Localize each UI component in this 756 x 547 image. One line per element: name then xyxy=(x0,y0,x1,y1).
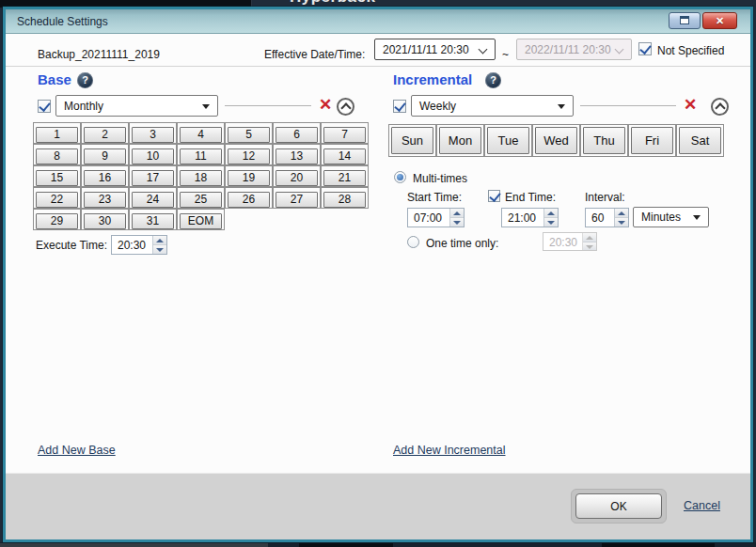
weekday-button[interactable]: Tue xyxy=(487,127,529,154)
calendar-day-cell: 3 xyxy=(129,122,177,144)
calendar-day-button[interactable]: 3 xyxy=(132,127,174,143)
calendar-day-button[interactable]: 29 xyxy=(36,213,78,229)
calendar-day-cell: 1 xyxy=(33,122,81,144)
calendar-day-button[interactable]: 27 xyxy=(276,192,318,208)
calendar-day-cell: 23 xyxy=(81,187,129,209)
calendar-day-button[interactable]: 6 xyxy=(276,127,318,143)
end-time-checkbox[interactable] xyxy=(488,190,500,202)
incremental-enabled-checkbox[interactable] xyxy=(393,100,406,113)
execute-time-spinner[interactable]: 20:30 xyxy=(111,235,167,255)
restore-window-button[interactable] xyxy=(669,12,701,29)
calendar-day-button[interactable]: 15 xyxy=(36,170,78,186)
one-time-spinner: 20:30 xyxy=(543,232,597,251)
calendar-day-button[interactable]: EOM xyxy=(180,213,222,229)
weekday-button[interactable]: Sat xyxy=(679,127,721,154)
incremental-collapse-icon[interactable] xyxy=(711,98,729,116)
calendar-day-cell: 17 xyxy=(129,165,177,187)
calendar-day-button[interactable]: 25 xyxy=(180,192,222,208)
weekday-button[interactable]: Thu xyxy=(583,127,625,154)
weekday-cell: Wed xyxy=(532,124,580,157)
schedule-settings-dialog: Schedule Settings ✕ Backup_20211111_2019… xyxy=(6,9,750,539)
calendar-day-button[interactable]: 19 xyxy=(228,170,270,186)
chevron-down-icon xyxy=(615,45,624,55)
spinner-up-icon[interactable] xyxy=(544,209,558,218)
execute-time-value: 20:30 xyxy=(112,236,152,254)
cancel-link[interactable]: Cancel xyxy=(684,499,720,512)
spinner-down-icon xyxy=(583,242,596,251)
calendar-day-button[interactable]: 11 xyxy=(180,148,222,164)
calendar-day-cell: 25 xyxy=(177,187,225,209)
spinner-up-icon[interactable] xyxy=(615,209,628,218)
not-specified-checkbox[interactable] xyxy=(638,42,652,55)
interval-label: Interval: xyxy=(585,191,625,204)
calendar-day-cell: 30 xyxy=(81,209,129,230)
calendar-day-button[interactable]: 21 xyxy=(323,170,366,186)
add-new-base-link[interactable]: Add New Base xyxy=(38,444,116,457)
interval-unit-combobox[interactable]: Minutes xyxy=(633,207,709,227)
spinner-down-icon[interactable] xyxy=(450,218,464,227)
incremental-help-icon[interactable]: ? xyxy=(485,72,501,88)
calendar-day-cell: 9 xyxy=(81,144,129,165)
calendar-day-button[interactable]: 22 xyxy=(36,192,78,208)
calendar-day-cell: 28 xyxy=(321,187,369,209)
spinner-down-icon[interactable] xyxy=(615,218,628,227)
end-time-spinner[interactable]: 21:00 xyxy=(501,208,559,227)
weekday-cell: Sun xyxy=(388,124,436,157)
calendar-day-button[interactable]: 12 xyxy=(228,148,270,164)
weekday-cell: Tue xyxy=(484,124,532,157)
spinner-down-icon[interactable] xyxy=(153,245,166,254)
calendar-day-cell: 15 xyxy=(33,165,81,187)
calendar-day-cell: 10 xyxy=(129,144,177,165)
calendar-day-button[interactable]: 31 xyxy=(132,213,174,229)
base-enabled-checkbox[interactable] xyxy=(38,100,51,113)
calendar-day-button[interactable]: 8 xyxy=(36,148,78,164)
calendar-day-button[interactable]: 14 xyxy=(323,148,366,164)
ok-button[interactable]: OK xyxy=(575,493,662,519)
calendar-day-button[interactable]: 23 xyxy=(84,192,126,208)
calendar-day-button[interactable]: 2 xyxy=(84,127,126,143)
base-help-icon[interactable]: ? xyxy=(77,72,93,88)
incremental-frequency-combobox[interactable]: Weekly xyxy=(411,95,574,117)
add-new-incremental-link[interactable]: Add New Incremental xyxy=(393,444,506,457)
calendar-day-button[interactable]: 30 xyxy=(84,213,126,229)
spinner-down-icon[interactable] xyxy=(544,218,558,227)
calendar-day-button[interactable]: 5 xyxy=(228,127,270,143)
one-time-only-radio[interactable] xyxy=(407,236,419,248)
calendar-day-button[interactable]: 24 xyxy=(132,192,174,208)
base-collapse-icon[interactable] xyxy=(337,98,354,116)
calendar-day-button[interactable]: 10 xyxy=(132,148,174,164)
weekday-button[interactable]: Wed xyxy=(535,127,577,154)
background-app-bottom-tab xyxy=(299,543,393,547)
calendar-day-button[interactable]: 28 xyxy=(323,192,366,208)
base-frequency-combobox[interactable]: Monthly xyxy=(55,95,218,117)
interval-spinner[interactable]: 60 xyxy=(585,208,629,227)
calendar-day-button[interactable]: 20 xyxy=(276,170,318,186)
weekday-button[interactable]: Sun xyxy=(391,127,433,154)
calendar-day-cell: 11 xyxy=(177,144,225,165)
calendar-day-button[interactable]: 16 xyxy=(84,170,126,186)
base-delete-icon[interactable]: ✕ xyxy=(319,97,332,113)
spinner-up-icon xyxy=(583,233,596,242)
calendar-day-button[interactable]: 4 xyxy=(180,127,222,143)
effective-start-combobox[interactable]: 2021/11/11 20:30 xyxy=(374,39,496,60)
calendar-day-button[interactable]: 17 xyxy=(132,170,174,186)
calendar-day-cell: 19 xyxy=(225,165,273,187)
start-time-spinner[interactable]: 07:00 xyxy=(407,208,465,227)
calendar-day-button[interactable]: 1 xyxy=(36,127,78,143)
restore-icon xyxy=(680,16,689,24)
incremental-delete-icon[interactable]: ✕ xyxy=(684,97,697,113)
calendar-day-button[interactable]: 9 xyxy=(84,148,126,164)
header-divider xyxy=(6,66,750,67)
calendar-day-cell: 24 xyxy=(129,187,177,209)
close-window-button[interactable]: ✕ xyxy=(702,12,737,29)
weekday-button[interactable]: Fri xyxy=(631,127,673,154)
spinner-up-icon[interactable] xyxy=(450,209,464,218)
calendar-day-button[interactable]: 26 xyxy=(228,192,270,208)
calendar-day-button[interactable]: 7 xyxy=(323,127,366,143)
weekday-button[interactable]: Mon xyxy=(439,127,481,154)
calendar-day-button[interactable]: 13 xyxy=(276,148,318,164)
multi-times-radio[interactable] xyxy=(394,171,406,183)
spinner-up-icon[interactable] xyxy=(153,236,166,245)
not-specified-label: Not Specified xyxy=(657,44,724,57)
calendar-day-button[interactable]: 18 xyxy=(180,170,222,186)
